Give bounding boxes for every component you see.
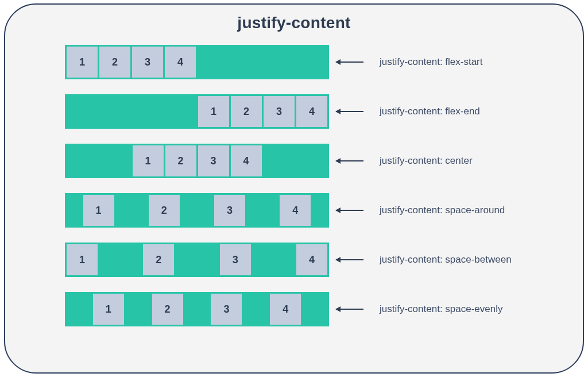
rows-container: 1 2 3 4 justify-content: flex-start 1 2 … [28,45,560,326]
flex-item: 3 [198,145,229,176]
flex-item: 4 [231,145,262,176]
arrow-left-icon [336,160,363,161]
example-row-space-evenly: 1 2 3 4 justify-content: space-evenly [65,292,560,326]
example-label: justify-content: space-evenly [380,303,503,315]
arrow-left-icon [336,309,363,310]
example-label: justify-content: center [380,155,473,167]
page-title: justify-content [28,14,560,32]
flex-item: 2 [149,195,180,226]
example-row-center: 1 2 3 4 justify-content: center [65,144,560,178]
flex-item: 3 [214,195,245,226]
flex-item: 4 [270,294,301,325]
example-label: justify-content: space-between [380,254,512,266]
flex-item: 4 [296,96,327,127]
flex-item: 2 [152,294,183,325]
flex-container-space-around: 1 2 3 4 [65,193,329,228]
flex-item: 1 [83,195,114,226]
flex-container-flex-start: 1 2 3 4 [65,45,329,79]
flex-item: 3 [211,294,242,325]
example-row-space-between: 1 2 3 4 justify-content: space-between [65,243,560,277]
flex-item: 2 [165,145,196,176]
arrow-left-icon [336,61,363,63]
flex-item: 2 [231,96,262,127]
arrow-left-icon [336,210,363,211]
example-label: justify-content: flex-end [380,106,480,117]
flex-item: 3 [132,47,163,78]
flex-container-flex-end: 1 2 3 4 [65,94,329,129]
flex-item: 4 [296,244,327,275]
flex-item: 1 [93,294,124,325]
flex-item: 3 [220,244,251,275]
flex-item: 1 [198,96,229,127]
example-row-flex-start: 1 2 3 4 justify-content: flex-start [65,45,560,79]
diagram-card: justify-content 1 2 3 4 justify-content:… [4,3,584,374]
example-label: justify-content: space-around [380,205,505,216]
flex-item: 4 [280,195,311,226]
flex-item: 2 [99,47,130,78]
arrow-left-icon [336,111,363,112]
arrow-left-icon [336,259,363,260]
flex-item: 4 [165,47,196,78]
example-row-space-around: 1 2 3 4 justify-content: space-around [65,193,560,228]
flex-container-space-between: 1 2 3 4 [65,243,329,277]
flex-item: 3 [264,96,295,127]
example-label: justify-content: flex-start [380,56,483,68]
flex-item: 1 [67,47,98,78]
flex-item: 1 [67,244,98,275]
flex-container-center: 1 2 3 4 [65,144,329,178]
flex-container-space-evenly: 1 2 3 4 [65,292,329,326]
flex-item: 2 [143,244,174,275]
flex-item: 1 [133,145,164,176]
example-row-flex-end: 1 2 3 4 justify-content: flex-end [65,94,560,129]
